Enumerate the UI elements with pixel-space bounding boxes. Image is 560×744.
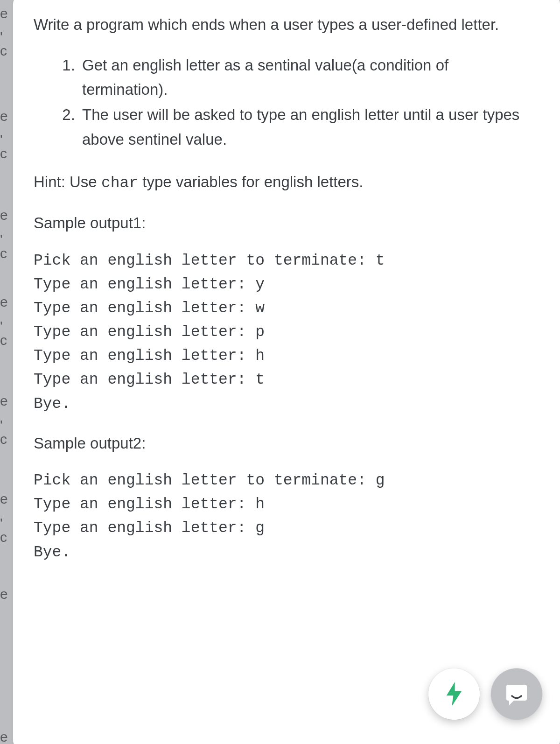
- bg-fragment: ' c: [0, 516, 9, 544]
- bg-fragment: ' c: [0, 133, 9, 161]
- hint-prefix: Hint: Use: [34, 173, 101, 190]
- step-item: The user will be asked to type an englis…: [79, 103, 537, 151]
- hint-suffix: type variables for english letters.: [138, 173, 363, 190]
- chat-icon: [504, 681, 530, 707]
- bg-fragment: e: [0, 492, 9, 506]
- bg-fragment: e: [0, 394, 9, 408]
- bg-fragment: e: [0, 730, 9, 744]
- sample1-label: Sample output1:: [34, 211, 537, 235]
- step-item: Get an english letter as a sentinal valu…: [79, 53, 537, 102]
- sample2-output: Pick an english letter to terminate: g T…: [34, 469, 537, 564]
- bg-fragment: e: [0, 109, 9, 123]
- chat-button[interactable]: [491, 668, 542, 720]
- bg-fragment: e: [0, 7, 9, 21]
- sample2-label: Sample output2:: [34, 432, 537, 455]
- bg-fragment: ' c: [0, 232, 9, 260]
- hint-code-keyword: char: [101, 175, 138, 192]
- hint-text: Hint: Use char type variables for englis…: [34, 170, 537, 195]
- bg-fragment: e: [0, 587, 9, 601]
- bg-fragment: ' c: [0, 30, 9, 58]
- bg-fragment: e: [0, 295, 9, 309]
- bolt-icon: [444, 682, 464, 706]
- quick-action-button[interactable]: [428, 668, 480, 720]
- problem-intro: Write a program which ends when a user t…: [34, 13, 537, 36]
- steps-list: Get an english letter as a sentinal valu…: [34, 53, 537, 152]
- bg-fragment: ' c: [0, 319, 9, 347]
- sample1-output: Pick an english letter to terminate: t T…: [34, 249, 537, 416]
- content-card: Write a program which ends when a user t…: [13, 0, 560, 744]
- bg-fragment: e: [0, 208, 9, 222]
- bg-fragment: ' c: [0, 418, 9, 446]
